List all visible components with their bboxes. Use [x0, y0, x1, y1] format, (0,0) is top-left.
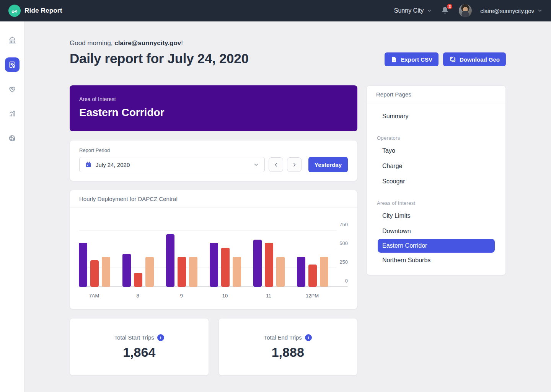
bar-purple-9 [166, 234, 174, 287]
report-page-eastern-corridor[interactable]: Eastern Corridor [378, 239, 495, 253]
sidebar-item-city-hall[interactable] [5, 33, 20, 47]
bar-peach-8 [145, 257, 154, 287]
gridline [79, 230, 336, 230]
sidebar-item-metrics[interactable] [5, 106, 20, 121]
info-icon[interactable]: i [305, 334, 312, 341]
chart-body: 02505007507AM89101112PM [70, 208, 357, 309]
chart-title: Hourly Deployment for DAPCZ Central [70, 190, 357, 208]
left-sidebar [0, 21, 24, 392]
bar-red-9 [178, 257, 186, 287]
report-page-charge[interactable]: Charge [367, 158, 505, 174]
yesterday-button[interactable]: Yesterday [308, 157, 348, 172]
user-email: claire@sunnycity.gov [480, 8, 534, 14]
calendar-icon [85, 161, 92, 168]
chevron-left-icon [273, 162, 279, 168]
y-axis-tick: 250 [325, 259, 348, 265]
area-of-interest-banner: Area of Interest Eastern Corridor [70, 85, 357, 131]
main-content: Good morning, claire@sunnycity.gov! Dail… [24, 21, 551, 376]
report-page-city-limits[interactable]: City Limits [367, 208, 505, 224]
geo-layers-icon [449, 56, 456, 63]
stat-label: Total Start Trips [114, 334, 154, 341]
report-page-tayo[interactable]: Tayo [367, 143, 505, 158]
x-axis-tick: 11 [253, 293, 284, 299]
report-page-downtown[interactable]: Downtown [367, 224, 505, 239]
bar-purple-7AM [79, 243, 87, 287]
brand: Ride Report [8, 5, 62, 17]
bar-red-8 [134, 273, 142, 287]
date-select[interactable]: July 24, 2020 [79, 157, 265, 172]
bar-red-7AM [90, 260, 99, 287]
bar-purple-10 [210, 243, 218, 287]
bar-peach-12PM [320, 257, 328, 287]
user-menu[interactable]: claire@sunnycity.gov [480, 8, 543, 14]
bar-purple-8 [122, 254, 131, 287]
x-axis-tick: 7AM [79, 293, 109, 299]
hourly-deployment-card: Hourly Deployment for DAPCZ Central 0250… [70, 190, 357, 309]
top-navbar: Ride Report Sunny City 3 claire@sunnycit… [0, 0, 551, 21]
report-period-card: Report Period July 24, 2020 [70, 140, 357, 181]
report-period-label: Report Period [79, 147, 348, 153]
banner-title: Eastern Corridor [79, 106, 348, 119]
report-page-scoogar[interactable]: Scoogar [367, 174, 505, 189]
bar-peach-11 [276, 257, 285, 287]
scooter-logo-icon [8, 5, 21, 17]
chevron-right-icon [292, 162, 297, 168]
program-health-icon [8, 85, 17, 94]
total-start-trips-card: Total Start Trips i 1,864 [70, 318, 209, 376]
y-axis-tick: 500 [325, 240, 348, 246]
bar-peach-9 [189, 257, 197, 287]
y-axis-tick: 0 [325, 278, 348, 284]
page-title: Daily report for July 24, 2020 [70, 51, 249, 66]
bar-peach-10 [233, 257, 241, 287]
date-value: July 24, 2020 [96, 162, 130, 168]
org-switcher[interactable]: Sunny City [394, 7, 432, 14]
chart-plot: 02505007507AM89101112PM [79, 216, 348, 287]
next-day-button[interactable] [287, 157, 302, 172]
file-csv-icon [391, 56, 397, 63]
bar-red-11 [265, 243, 273, 287]
brand-name: Ride Report [24, 7, 62, 15]
bar-red-12PM [308, 265, 317, 287]
report-pages-panel: Report Pages Summary Operators Tayo Char… [367, 85, 506, 275]
report-pages-title: Report Pages [367, 86, 505, 103]
banner-label: Area of Interest [79, 96, 348, 102]
stat-value: 1,864 [123, 345, 155, 360]
x-axis-tick: 8 [122, 293, 153, 299]
x-axis-tick: 10 [210, 293, 240, 299]
greeting: Good morning, claire@sunnycity.gov! [70, 39, 249, 47]
sidebar-item-daily-report[interactable] [5, 57, 20, 72]
previous-day-button[interactable] [269, 157, 283, 172]
notification-badge: 3 [446, 3, 453, 10]
report-page-summary[interactable]: Summary [367, 109, 505, 124]
section-label-areas-of-interest: Areas of Interest [367, 194, 505, 208]
sidebar-item-map[interactable] [5, 131, 20, 145]
avatar[interactable] [459, 4, 472, 17]
x-axis-tick: 12PM [297, 293, 328, 299]
org-name: Sunny City [394, 7, 424, 14]
map-icon [8, 134, 17, 143]
info-icon[interactable]: i [157, 334, 164, 341]
notifications-button[interactable]: 3 [440, 6, 450, 16]
x-axis-tick: 9 [166, 293, 197, 299]
bar-purple-11 [253, 240, 262, 287]
export-csv-button[interactable]: Export CSV [385, 52, 439, 66]
chevron-down-icon [537, 8, 543, 13]
metrics-icon [8, 109, 17, 118]
y-axis-tick: 750 [325, 222, 348, 227]
bar-red-10 [221, 248, 230, 287]
gridline [79, 249, 336, 249]
greeting-email: claire@sunnycity.gov [114, 39, 181, 47]
report-page-northern-suburbs[interactable]: Northern Suburbs [367, 253, 505, 268]
city-hall-icon [8, 36, 17, 45]
total-end-trips-card: Total End Trips i 1,888 [218, 318, 358, 376]
bar-purple-12PM [297, 257, 305, 287]
download-geo-button[interactable]: Download Geo [443, 52, 506, 66]
daily-report-icon [8, 60, 17, 69]
chevron-down-icon [253, 162, 259, 168]
stat-label: Total End Trips [264, 334, 302, 341]
section-label-operators: Operators [367, 129, 505, 143]
chevron-down-icon [427, 8, 432, 13]
sidebar-item-program-health[interactable] [5, 82, 20, 96]
stat-value: 1,888 [272, 345, 304, 360]
bar-peach-7AM [102, 257, 110, 287]
